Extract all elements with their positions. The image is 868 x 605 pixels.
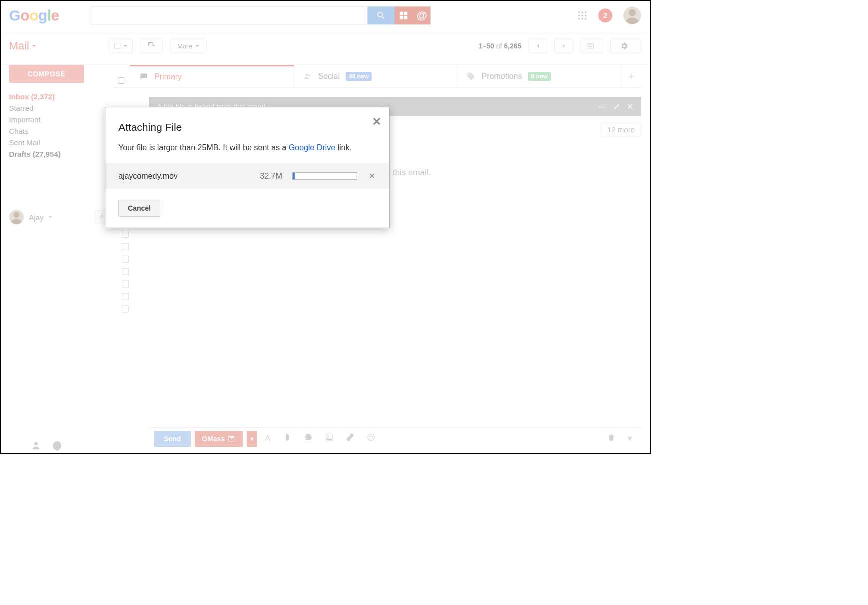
google-logo[interactable]: Google — [9, 7, 59, 24]
close-icon[interactable]: ✕ — [627, 102, 633, 111]
search-icon — [376, 10, 386, 20]
more-options-icon[interactable]: ▾ — [624, 433, 636, 444]
tab-social-label: Social — [318, 72, 340, 81]
row-checkbox[interactable] — [122, 305, 129, 312]
notifications-badge[interactable]: 2 — [598, 8, 612, 22]
input-tools-button[interactable] — [580, 38, 603, 53]
sidebar-item-inbox[interactable]: Inbox (2,372) — [9, 91, 114, 102]
person-icon[interactable] — [31, 440, 41, 450]
pager-prev[interactable] — [528, 38, 547, 53]
upload-progress — [292, 172, 357, 180]
svg-rect-14 — [591, 44, 592, 45]
drive-icon[interactable] — [300, 433, 317, 444]
sidebar: COMPOSE Inbox (2,372) Starred Important … — [1, 65, 114, 225]
svg-point-5 — [585, 14, 586, 16]
modal-title: Attaching File — [118, 121, 376, 133]
remove-file-button[interactable]: ✕ — [367, 171, 376, 181]
file-upload-row: ajaycomedy.mov 32.7M ✕ — [105, 163, 389, 189]
select-all-checkbox[interactable] — [118, 74, 124, 87]
compose-button[interactable]: COMPOSE — [9, 65, 84, 83]
hangouts-user[interactable]: Ajay + — [9, 210, 114, 225]
person-icon — [624, 7, 641, 24]
toolbar: Mail More 1–50 of 6,265 — [1, 33, 650, 58]
select-all-dropdown[interactable] — [109, 38, 133, 53]
search-input[interactable] — [91, 6, 368, 24]
file-name: ajaycomedy.mov — [118, 172, 232, 181]
svg-point-20 — [327, 435, 329, 437]
toolbar-right: 1–50 of 6,265 — [478, 38, 641, 53]
tab-promotions-badge: 8 new — [528, 72, 550, 81]
expand-icon[interactable]: ⤢ — [613, 102, 620, 111]
row-checkbox[interactable] — [122, 256, 129, 263]
mail-dropdown[interactable]: Mail — [9, 39, 109, 52]
svg-point-24 — [34, 442, 38, 445]
gmass-at-icon[interactable]: @ — [413, 6, 431, 24]
tag-icon — [466, 72, 475, 81]
account-avatar[interactable] — [623, 6, 641, 24]
format-text-icon[interactable]: A — [261, 434, 274, 444]
svg-point-23 — [372, 436, 373, 437]
row-checkbox[interactable] — [122, 268, 129, 275]
more-dropdown[interactable]: More — [170, 38, 207, 53]
tab-social-badge: 48 new — [346, 72, 372, 81]
svg-point-9 — [629, 9, 636, 16]
tab-primary[interactable]: Primary — [130, 65, 294, 87]
refresh-button[interactable] — [140, 38, 163, 53]
modal-close-button[interactable]: ✕ — [372, 115, 381, 128]
recipients-more-chip[interactable]: 12 more — [601, 122, 641, 137]
inbox-tabs: Primary Social 48 new Promotions 8 new + — [114, 65, 641, 88]
attach-icon[interactable] — [279, 433, 296, 444]
svg-rect-13 — [590, 44, 591, 45]
caret-down-icon — [32, 45, 36, 49]
photo-icon[interactable] — [321, 433, 338, 444]
search-button[interactable] — [368, 6, 395, 24]
row-checkbox[interactable] — [122, 293, 129, 300]
tab-add[interactable]: + — [621, 65, 641, 87]
modal-message: Your file is larger than 25MB. It will b… — [118, 143, 376, 152]
link-icon[interactable] — [342, 433, 359, 444]
inbox-icon — [139, 72, 148, 81]
svg-point-6 — [578, 18, 580, 19]
hangouts-icon[interactable] — [52, 440, 63, 451]
emoji-icon[interactable] — [363, 433, 380, 444]
apps-icon[interactable] — [577, 10, 587, 20]
svg-point-18 — [308, 74, 310, 76]
pager-next[interactable] — [554, 38, 573, 53]
tab-promotions[interactable]: Promotions 8 new — [457, 65, 621, 87]
svg-point-1 — [581, 11, 583, 13]
gmass-sheet-icon[interactable] — [395, 6, 413, 24]
modal-msg-post: link. — [335, 143, 352, 152]
sidebar-item-starred[interactable]: Starred — [9, 102, 114, 114]
row-checkbox[interactable] — [122, 281, 129, 288]
sidebar-item-important[interactable]: Important — [9, 114, 114, 125]
search-box: @ — [91, 6, 431, 24]
sidebar-item-chats[interactable]: Chats — [9, 125, 114, 137]
discard-draft-icon[interactable] — [603, 433, 620, 444]
hangouts-user-name: Ajay — [29, 213, 43, 222]
row-checkbox[interactable] — [122, 243, 129, 250]
gmass-button[interactable]: GMass — [195, 431, 243, 447]
header-right: 2 — [577, 6, 641, 24]
gmass-dropdown[interactable]: ▾ — [247, 431, 257, 447]
svg-point-21 — [368, 434, 375, 441]
tab-primary-label: Primary — [154, 72, 182, 81]
minimize-icon[interactable]: — — [598, 102, 606, 111]
hangouts-footer — [31, 440, 63, 451]
row-checkbox[interactable] — [122, 231, 129, 238]
svg-rect-10 — [587, 43, 594, 48]
tab-social[interactable]: Social 48 new — [294, 65, 458, 87]
sidebar-item-sent[interactable]: Sent Mail — [9, 137, 114, 148]
attaching-file-modal: ✕ Attaching File Your file is larger tha… — [105, 107, 390, 228]
send-button[interactable]: Send — [154, 431, 191, 447]
checkbox-icon — [114, 43, 120, 49]
google-drive-link[interactable]: Google Drive — [289, 143, 335, 152]
hangouts-avatar — [9, 210, 24, 225]
cancel-button[interactable]: Cancel — [118, 200, 160, 217]
sidebar-item-drafts[interactable]: Drafts (27,954) — [9, 148, 114, 160]
settings-button[interactable] — [610, 38, 641, 53]
refresh-icon — [147, 42, 155, 50]
chevron-left-icon — [534, 42, 542, 50]
people-icon — [303, 72, 312, 81]
svg-point-16 — [13, 212, 19, 218]
caret-down-icon — [195, 45, 199, 49]
